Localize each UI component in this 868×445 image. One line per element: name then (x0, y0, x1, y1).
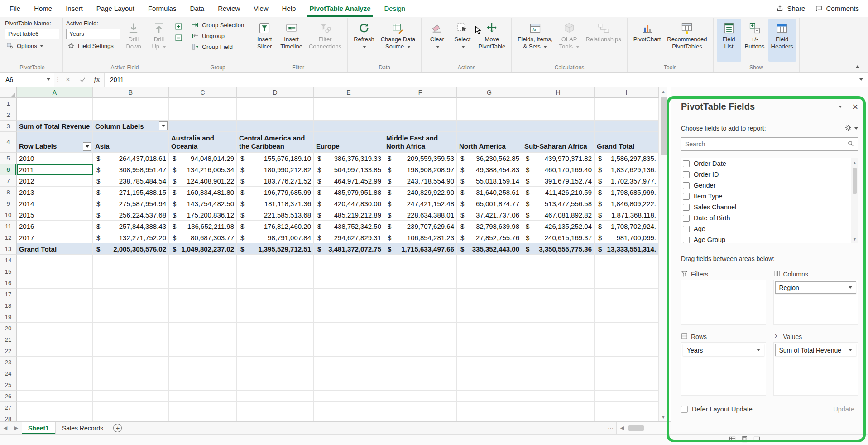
row-header-12[interactable]: 12 (0, 232, 17, 243)
cell-H22[interactable] (522, 345, 595, 357)
cell-H27[interactable] (522, 402, 595, 413)
cell-I12[interactable]: $981,700,099. (595, 232, 659, 243)
cell-G26[interactable] (457, 391, 522, 402)
cell-D21[interactable] (237, 334, 314, 345)
cell-D11[interactable]: $176,812,460.20 (237, 221, 314, 232)
cell-F18[interactable] (384, 300, 457, 311)
cell-C8[interactable]: $160,834,481.80 (169, 187, 237, 198)
cell-A19[interactable] (17, 311, 93, 323)
field-list-toggle[interactable]: FieldList (717, 19, 741, 62)
cell-G15[interactable] (457, 266, 522, 277)
cell-D19[interactable] (237, 311, 314, 323)
cell-D7[interactable]: $183,776,271.52 (237, 175, 314, 187)
share-button[interactable]: Share (776, 5, 805, 12)
cell-C9[interactable]: $143,754,482.50 (169, 198, 237, 209)
cell-C14[interactable] (169, 255, 237, 266)
cell-D2[interactable] (237, 109, 314, 121)
select-button[interactable]: Select (450, 19, 475, 62)
cell-I17[interactable] (595, 289, 659, 300)
cell-H4[interactable]: Sub-Saharan Africa (522, 132, 595, 153)
tab-bar-splitter[interactable]: ⋯ (605, 422, 616, 434)
cell-H14[interactable] (522, 255, 595, 266)
cell-F28[interactable] (384, 413, 457, 421)
cell-F6[interactable]: $198,908,208.97 (384, 164, 457, 175)
cell-D17[interactable] (237, 289, 314, 300)
cell-I5[interactable]: $1,586,297,835. (595, 153, 659, 164)
cell-F16[interactable] (384, 277, 457, 289)
cell-G23[interactable] (457, 357, 522, 368)
refresh-button[interactable]: Refresh (351, 19, 377, 62)
cell-B4[interactable]: Asia (93, 132, 169, 153)
cell-I22[interactable] (595, 345, 659, 357)
sheet-tab-sheet1[interactable]: Sheet1 (22, 422, 56, 434)
cell-F8[interactable]: $240,829,922.90 (384, 187, 457, 198)
cell-I26[interactable] (595, 391, 659, 402)
cell-H20[interactable] (522, 323, 595, 334)
row-header-24[interactable]: 24 (0, 368, 17, 379)
cell-B14[interactable] (93, 255, 169, 266)
cell-F14[interactable] (384, 255, 457, 266)
cell-D27[interactable] (237, 402, 314, 413)
cell-C11[interactable]: $136,652,211.98 (169, 221, 237, 232)
row-header-13[interactable]: 13 (0, 243, 17, 255)
cell-G22[interactable] (457, 345, 522, 357)
field-item-age-group[interactable]: Age Group (681, 234, 851, 243)
cell-A21[interactable] (17, 334, 93, 345)
cell-G6[interactable]: $49,388,454.83 (457, 164, 522, 175)
cell-E26[interactable] (314, 391, 384, 402)
cell-I21[interactable] (595, 334, 659, 345)
field-settings-button[interactable]: Field Settings (66, 41, 120, 51)
cell-B2[interactable] (93, 109, 169, 121)
cell-E6[interactable]: $504,997,133.85 (314, 164, 384, 175)
change-data-source-button[interactable]: Change DataSource (378, 19, 418, 62)
name-box[interactable]: A6 (0, 73, 54, 87)
row-header-18[interactable]: 18 (0, 300, 17, 311)
cell-F5[interactable]: $209,559,359.53 (384, 153, 457, 164)
cell-I10[interactable]: $1,871,368,118. (595, 209, 659, 221)
cell-G19[interactable] (457, 311, 522, 323)
cell-I14[interactable] (595, 255, 659, 266)
ungroup-button[interactable]: Ungroup (190, 31, 245, 41)
cell-E1[interactable] (314, 98, 384, 109)
row-header-6[interactable]: 6 (0, 164, 17, 175)
cell-A20[interactable] (17, 323, 93, 334)
cell-D24[interactable] (237, 368, 314, 379)
row-header-22[interactable]: 22 (0, 345, 17, 357)
cell-C28[interactable] (169, 413, 237, 421)
cancel-button[interactable]: × (61, 73, 75, 87)
area-columns-dropzone[interactable]: Region (773, 280, 858, 325)
cell-B17[interactable] (93, 289, 169, 300)
field-item-date-of-birth[interactable]: Date of Birth (681, 213, 851, 223)
cell-E16[interactable] (314, 277, 384, 289)
cell-A11[interactable]: 2016 (17, 221, 93, 232)
field-checkbox[interactable] (683, 237, 690, 243)
filter-dropdown-button[interactable] (159, 121, 168, 130)
row-header-10[interactable]: 10 (0, 209, 17, 221)
cell-F26[interactable] (384, 391, 457, 402)
filter-dropdown-button[interactable] (83, 142, 91, 151)
cell-C22[interactable] (169, 345, 237, 357)
cell-B21[interactable] (93, 334, 169, 345)
cell-G24[interactable] (457, 368, 522, 379)
cell-I2[interactable] (595, 109, 659, 121)
cell-B19[interactable] (93, 311, 169, 323)
area-rows-dropzone[interactable]: Years (681, 342, 766, 396)
cell-B5[interactable]: $264,437,018.61 (93, 153, 169, 164)
row-header-20[interactable]: 20 (0, 323, 17, 334)
cell-D14[interactable] (237, 255, 314, 266)
cell-A15[interactable] (17, 266, 93, 277)
row-header-3[interactable]: 3 (0, 121, 17, 132)
cell-A4[interactable]: Row Labels (17, 132, 93, 153)
column-header-I[interactable]: I (595, 87, 659, 98)
cell-E23[interactable] (314, 357, 384, 368)
sheet-tab-sales-records[interactable]: Sales Records (56, 422, 110, 434)
cell-A23[interactable] (17, 357, 93, 368)
cell-H2[interactable] (522, 109, 595, 121)
cell-B16[interactable] (93, 277, 169, 289)
cell-C5[interactable]: $94,048,014.29 (169, 153, 237, 164)
cell-G28[interactable] (457, 413, 522, 421)
cell-H15[interactable] (522, 266, 595, 277)
field-item-sales-channel[interactable]: Sales Channel (681, 202, 851, 213)
clear-button[interactable]: Clear (425, 19, 449, 62)
cell-B27[interactable] (93, 402, 169, 413)
